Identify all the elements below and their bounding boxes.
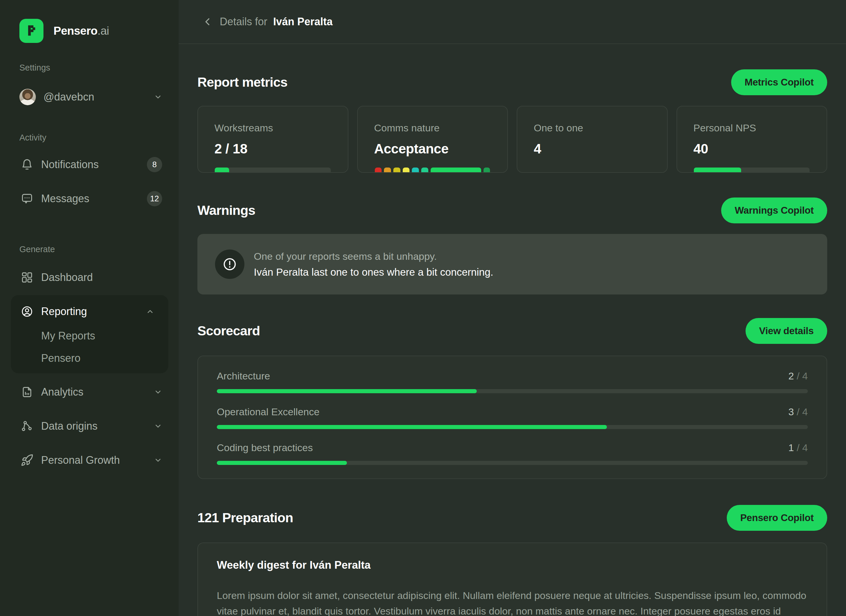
generate-section-label: Generate [0,244,179,254]
chevron-down-icon [154,422,162,430]
metric-value: 4 [534,141,651,157]
metrics-copilot-button[interactable]: Metrics Copilot [731,69,827,95]
page-header: Details for Iván Peralta [179,0,846,44]
sidebar-item-label: Notifications [41,159,99,171]
comms-segment [384,168,391,172]
chevron-down-icon [154,93,162,101]
main-area: Details for Iván Peralta Report metrics … [179,0,846,616]
weekly-digest-card: Weekly digest for Iván Peralta Lorem ips… [197,542,827,616]
sidebar-subitem-label: Pensero [41,352,81,365]
scorecard-row-value: 3 / 4 [789,406,808,418]
metric-value: 2 / 18 [214,141,331,157]
weekly-digest-body: Lorem ipsum dolor sit amet, consectetur … [217,588,808,616]
pensero-logo-icon [19,19,44,43]
operational-excellence-progress-fill [217,425,607,429]
view-details-button[interactable]: View details [746,318,827,344]
network-branch-icon [21,420,34,432]
comms-segment [412,168,419,172]
bell-icon [21,158,34,171]
warning-summary: One of your reports seems a bit unhappy. [254,251,493,262]
metric-value: 40 [693,141,811,157]
metric-label: Workstreams [214,122,331,134]
sidebar-item-label: Dashboard [41,271,93,284]
comms-segment [393,168,400,172]
section-title-121-preparation: 121 Preparation [197,510,293,525]
chevron-down-icon [154,388,162,396]
metric-label: Comms nature [374,122,491,134]
sidebar-item-label: Messages [41,193,89,205]
sidebar-subitem-my-reports[interactable]: My Reports [11,329,161,343]
sidebar-item-reporting[interactable]: Reporting [11,302,161,321]
comms-nature-distribution-bar [375,168,491,172]
sidebar-item-personal-growth[interactable]: Personal Growth [0,451,179,470]
message-bubble-icon [21,192,34,205]
warnings-header: Warnings Warnings Copilot [197,197,827,223]
metric-card-one-to-one: One to one 4 [517,106,668,173]
sidebar-item-label: Personal Growth [41,454,120,466]
messages-badge: 12 [147,191,162,206]
sidebar-item-dashboard[interactable]: Dashboard [0,268,179,287]
user-circle-icon [21,305,34,318]
rocket-icon [21,454,34,467]
scorecard-row-architecture: Architecture 2 / 4 [217,370,808,393]
metric-cards: Workstreams 2 / 18 Comms nature Acceptan… [197,106,827,173]
chevron-down-icon [154,456,162,465]
warning-text: One of your reports seems a bit unhappy.… [254,251,493,278]
architecture-progress-bar [217,389,808,393]
brand-name: Pensero.ai [53,24,109,37]
sidebar-item-label: Reporting [41,305,87,318]
scorecard-panel: Architecture 2 / 4 Operational Excellenc… [197,356,827,479]
sidebar-subitem-pensero[interactable]: Pensero [11,351,161,366]
scorecard-row-label: Architecture [217,370,270,382]
scorecard-row-value: 2 / 4 [789,370,808,382]
notifications-badge: 8 [147,157,162,172]
sidebar: Pensero.ai Settings @davebcn Activity No… [0,0,179,616]
workstreams-progress-bar [215,168,331,172]
metric-label: One to one [534,122,651,134]
scorecard-header: Scorecard View details [197,318,827,344]
scorecard-row-value: 1 / 4 [789,442,808,453]
section-title-warnings: Warnings [197,203,255,218]
comms-segment [421,168,428,172]
user-handle: @davebcn [44,91,94,103]
sidebar-item-analytics[interactable]: Analytics [0,383,179,401]
user-menu[interactable]: @davebcn [0,88,179,106]
alert-circle-icon [215,250,244,279]
personal-nps-progress-fill [694,168,742,172]
metric-value: Acceptance [374,141,491,157]
section-title-report-metrics: Report metrics [197,75,287,90]
page-title-person: Iván Peralta [273,16,332,28]
pensero-copilot-button[interactable]: Pensero Copilot [727,505,827,531]
scorecard-row-coding-best-practices: Coding best practices 1 / 4 [217,441,808,465]
warning-detail: Iván Peralta last one to ones where a bi… [254,266,493,278]
back-button[interactable] [201,16,213,28]
user-avatar [19,89,36,105]
page-title: Details for Iván Peralta [220,16,332,28]
metric-card-comms-nature: Comms nature Acceptance [357,106,508,173]
warning-banner: One of your reports seems a bit unhappy.… [197,234,827,294]
reporting-group: Reporting My Reports Pensero [11,295,168,373]
sidebar-subitem-label: My Reports [41,330,95,342]
comms-segment [430,168,481,172]
chevron-up-icon [146,307,154,316]
dashboard-icon [21,271,34,284]
metric-card-personal-nps: Personal NPS 40 [677,106,827,173]
sidebar-item-notifications[interactable]: Notifications 8 [0,155,179,174]
sidebar-item-messages[interactable]: Messages 12 [0,189,179,208]
coding-best-practices-progress-bar [217,461,808,465]
sidebar-item-data-origins[interactable]: Data origins [0,417,179,435]
warnings-copilot-button[interactable]: Warnings Copilot [721,197,827,223]
brand: Pensero.ai [0,19,179,43]
personal-nps-progress-bar [694,168,810,172]
settings-section-label: Settings [0,62,179,73]
scorecard-row-operational-excellence: Operational Excellence 3 / 4 [217,406,808,429]
file-chart-icon [21,385,34,398]
page-title-prefix: Details for [220,16,267,28]
sidebar-item-label: Analytics [41,386,84,398]
metric-label: Personal NPS [693,122,811,134]
coding-best-practices-progress-fill [217,461,347,465]
report-metrics-header: Report metrics Metrics Copilot [197,69,827,95]
scorecard-row-label: Operational Excellence [217,406,320,418]
preparation-header: 121 Preparation Pensero Copilot [197,505,827,531]
activity-section-label: Activity [0,132,179,143]
